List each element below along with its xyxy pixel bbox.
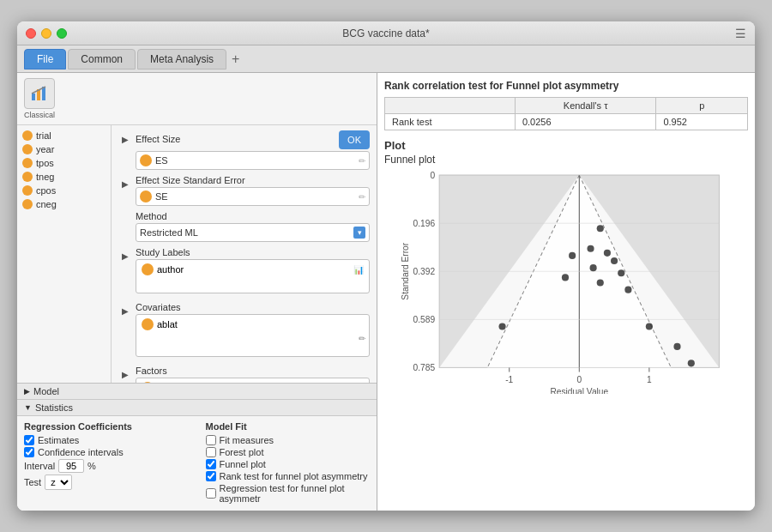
model-section-header[interactable]: ▶ Model [17, 384, 377, 400]
titlebar: BCG vaccine data* ☰ [17, 21, 755, 45]
var-cneg[interactable]: cneg [17, 197, 111, 211]
col-header-p: p [656, 98, 748, 114]
forest-plot-row[interactable]: Forest plot [206, 447, 371, 457]
stats-section-header[interactable]: ▼ Statistics [17, 400, 377, 416]
ci-checkbox-row[interactable]: Confidence intervals [24, 447, 189, 457]
interval-row: Interval % [24, 459, 189, 473]
study-labels-label: Study Labels [136, 247, 370, 257]
factors-row: ▶ Factors alloc 📊 [118, 366, 370, 383]
rank-correlation-title: Rank correlation test for Funnel plot as… [384, 80, 748, 92]
close-button[interactable] [26, 28, 36, 39]
es-pencil-icon: ✏ [359, 156, 365, 166]
var-year[interactable]: year [17, 142, 111, 156]
funnel-plot-row[interactable]: Funnel plot [206, 459, 371, 469]
minimize-button[interactable] [41, 28, 51, 39]
study-labels-row: ▶ Study Labels author 📊 [118, 247, 370, 293]
model-fit-title: Model Fit [206, 421, 371, 432]
effect-size-group: Effect Size OK ES ✏ [136, 130, 370, 170]
menu-icon[interactable]: ☰ [735, 27, 746, 40]
regression-test-row[interactable]: Regression test for funnel plot asymmetr [206, 483, 371, 504]
left-panel: Classical trial year [17, 73, 377, 511]
svg-point-33 [611, 257, 618, 264]
test-select[interactable]: z [45, 475, 72, 490]
traffic-lights [26, 28, 67, 39]
estimates-label: Estimates [38, 435, 79, 445]
rank-test-checkbox[interactable] [206, 471, 216, 481]
method-select[interactable]: Restricted ML ▾ [136, 223, 370, 242]
var-tpos[interactable]: tpos [17, 156, 111, 170]
bottom-section: ▶ Model ▼ Statistics Regression Coeffici… [17, 383, 377, 511]
interval-label: Interval [24, 461, 55, 471]
forest-plot-checkbox[interactable] [206, 447, 216, 457]
regression-test-checkbox[interactable] [206, 488, 216, 499]
interval-input[interactable] [58, 459, 84, 473]
svg-text:1: 1 [647, 375, 652, 384]
method-value: Restricted ML [140, 227, 353, 238]
forest-plot-label: Forest plot [220, 447, 264, 457]
svg-point-30 [587, 245, 594, 252]
results-table: Kendall's τ p Rank test 0.0256 0.952 [384, 97, 748, 130]
tab-meta-analysis[interactable]: Meta Analysis [137, 49, 226, 70]
tab-common[interactable]: Common [68, 49, 136, 70]
method-label: Method [136, 211, 370, 221]
add-tab-button[interactable]: + [232, 51, 239, 67]
var-cpos[interactable]: cpos [17, 184, 111, 197]
var-icon-trial [22, 130, 33, 141]
main-window: BCG vaccine data* ☰ File Common Meta Ana… [17, 21, 755, 511]
var-icon-year [22, 144, 33, 154]
se-value: SE [155, 191, 359, 202]
method-group: Method Restricted ML ▾ [136, 211, 370, 242]
classical-icon [30, 85, 49, 102]
effect-size-arrow[interactable]: ▶ [118, 132, 132, 146]
interval-pct: % [87, 461, 96, 471]
tab-file[interactable]: File [24, 49, 66, 70]
se-group: Effect Size Standard Error SE ✏ [136, 175, 370, 206]
config-panel: ▶ Effect Size OK ES ✏ [112, 125, 377, 383]
svg-point-38 [624, 287, 631, 293]
study-labels-item: author 📊 [138, 262, 367, 277]
covariates-row: ▶ Covariates ablat ✏ [118, 302, 370, 357]
covariates-arrow[interactable]: ▶ [118, 304, 132, 317]
svg-point-35 [618, 269, 624, 276]
stats-section-body: Regression Coefficients Estimates Confid… [17, 416, 377, 511]
classical-tool-button[interactable] [24, 78, 55, 109]
fit-measures-checkbox[interactable] [206, 435, 216, 445]
svg-point-40 [646, 323, 653, 329]
es-value: ES [155, 155, 359, 166]
var-icon-tpos [22, 158, 33, 168]
svg-text:0: 0 [430, 171, 435, 180]
var-tneg[interactable]: tneg [17, 170, 111, 184]
maximize-button[interactable] [57, 28, 67, 39]
svg-point-32 [569, 252, 576, 259]
right-panel: Rank correlation test for Funnel plot as… [377, 73, 755, 511]
estimates-checkbox[interactable] [24, 435, 34, 445]
model-fit-col: Model Fit Fit measures Forest plot [206, 421, 371, 505]
plot-subtitle: Funnel plot [384, 154, 748, 166]
model-section-label: Model [33, 386, 59, 396]
plot-section-title: Plot [384, 139, 748, 152]
fit-measures-label: Fit measures [220, 435, 274, 445]
test-row: Test z [24, 475, 189, 490]
estimates-checkbox-row[interactable]: Estimates [24, 435, 189, 445]
var-trial[interactable]: trial [17, 129, 111, 142]
es-var-icon [140, 154, 152, 166]
se-arrow[interactable]: ▶ [118, 177, 132, 190]
covariates-item: ablat [138, 317, 367, 332]
factors-group: Factors alloc 📊 [136, 366, 370, 383]
se-label: Effect Size Standard Error [136, 175, 370, 185]
funnel-plot-checkbox[interactable] [206, 459, 216, 469]
ci-label: Confidence intervals [38, 447, 124, 457]
funnel-plot: -1 0 1 0 0.196 0.392 0.589 0.785 Standar… [384, 171, 748, 394]
factors-arrow[interactable]: ▶ [118, 367, 132, 381]
study-labels-arrow[interactable]: ▶ [118, 249, 132, 263]
rank-test-row[interactable]: Rank test for funnel plot asymmetry [206, 471, 371, 481]
fit-measures-row[interactable]: Fit measures [206, 435, 371, 445]
cell-rank-test-label: Rank test [385, 114, 516, 130]
ok-button[interactable]: OK [339, 130, 370, 149]
ci-checkbox[interactable] [24, 447, 34, 457]
svg-text:-1: -1 [505, 375, 513, 384]
variable-list: trial year tpos tneg [17, 125, 112, 383]
tabs-bar: File Common Meta Analysis + [17, 45, 755, 73]
regression-title: Regression Coefficients [24, 421, 189, 432]
svg-text:0.589: 0.589 [413, 315, 436, 324]
